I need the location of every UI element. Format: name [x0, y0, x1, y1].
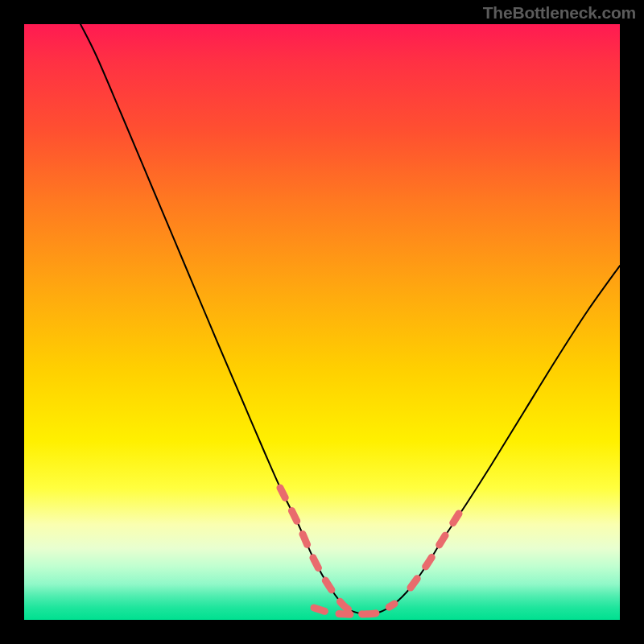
watermark-text: TheBottleneck.com	[483, 3, 636, 23]
series-highlight-left	[280, 488, 362, 614]
plot-area	[24, 24, 620, 620]
series-highlight-right	[411, 514, 459, 588]
series-highlight-bottom	[314, 604, 394, 614]
series-layer	[80, 24, 620, 614]
chart-svg	[24, 24, 620, 620]
series-curve-left	[80, 24, 362, 614]
chart-frame: TheBottleneck.com	[0, 0, 644, 644]
series-curve-right	[362, 266, 620, 614]
